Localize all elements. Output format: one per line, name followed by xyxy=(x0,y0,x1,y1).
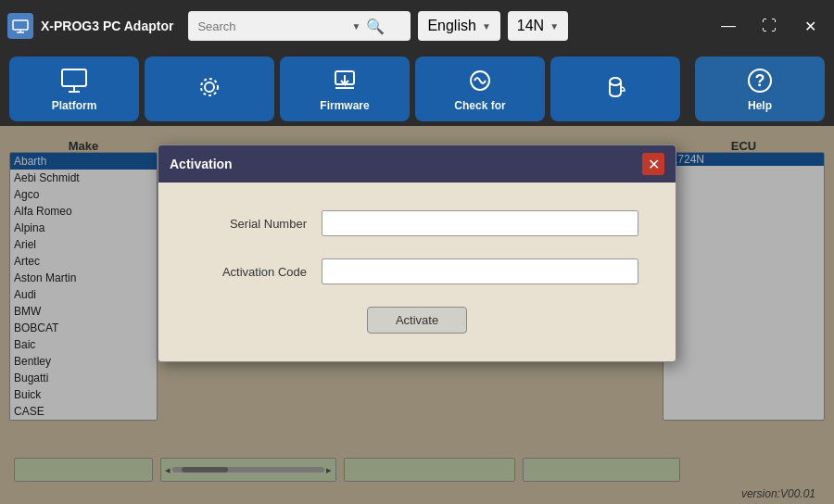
search-input[interactable] xyxy=(197,19,346,33)
main-content: Make ECU Abarth Aebi Schmidt Agco Alfa R… xyxy=(0,126,834,504)
search-box[interactable]: ▼ 🔍 xyxy=(188,11,411,41)
svg-rect-3 xyxy=(62,69,86,86)
app-title: X-PROG3 PC Adaptor xyxy=(41,19,173,33)
settings-button[interactable] xyxy=(145,57,274,121)
search-dropdown-icon: ▼ xyxy=(351,21,360,32)
checkfor-label: Check for xyxy=(454,99,505,112)
modal-overlay: Activation ✕ Serial Number Activation Co… xyxy=(0,126,834,504)
firmware-button[interactable]: Firmware xyxy=(280,57,410,121)
modal-header: Activation ✕ xyxy=(158,145,676,183)
serial-number-row: Serial Number xyxy=(196,210,638,236)
activation-code-row: Activation Code xyxy=(196,258,638,284)
language-selector[interactable]: English ▼ xyxy=(418,11,499,41)
svg-point-6 xyxy=(205,82,214,92)
version-selector[interactable]: 14N ▼ xyxy=(508,11,568,41)
activate-button[interactable]: Activate xyxy=(367,307,467,334)
maximize-button[interactable]: ⛶ xyxy=(752,13,786,39)
activation-modal: Activation ✕ Serial Number Activation Co… xyxy=(158,145,676,362)
activate-button-row: Activate xyxy=(196,307,638,334)
search-icon: 🔍 xyxy=(366,18,385,35)
minimize-button[interactable]: — xyxy=(712,13,745,39)
language-label: English xyxy=(427,18,475,34)
serial-number-label: Serial Number xyxy=(196,217,307,231)
platform-label: Platform xyxy=(52,99,97,112)
platform-button[interactable]: Platform xyxy=(9,57,139,121)
svg-point-7 xyxy=(201,79,218,95)
toolbar: Platform Firmware Check for xyxy=(0,52,834,126)
help-button[interactable]: ? Help xyxy=(695,57,825,121)
svg-point-11 xyxy=(610,78,621,85)
checkfor-button[interactable]: Check for xyxy=(415,57,545,121)
help-label: Help xyxy=(748,99,772,112)
modal-body: Serial Number Activation Code Activate xyxy=(158,183,676,361)
firmware-label: Firmware xyxy=(320,99,369,112)
modal-title: Activation xyxy=(170,157,233,171)
titlebar: X-PROG3 PC Adaptor ▼ 🔍 English ▼ 14N ▼ —… xyxy=(0,0,834,52)
version-arrow-icon: ▼ xyxy=(550,21,559,32)
language-arrow-icon: ▼ xyxy=(482,21,491,32)
serial-number-input[interactable] xyxy=(322,210,638,236)
app-logo xyxy=(7,13,33,39)
activation-code-label: Activation Code xyxy=(196,265,307,279)
close-button[interactable]: ✕ xyxy=(793,13,827,39)
svg-text:?: ? xyxy=(755,71,765,90)
activation-code-input[interactable] xyxy=(322,258,638,284)
tool5-button[interactable] xyxy=(550,57,680,121)
version-label: 14N xyxy=(517,18,544,34)
modal-close-button[interactable]: ✕ xyxy=(642,153,664,175)
svg-rect-0 xyxy=(13,20,28,30)
